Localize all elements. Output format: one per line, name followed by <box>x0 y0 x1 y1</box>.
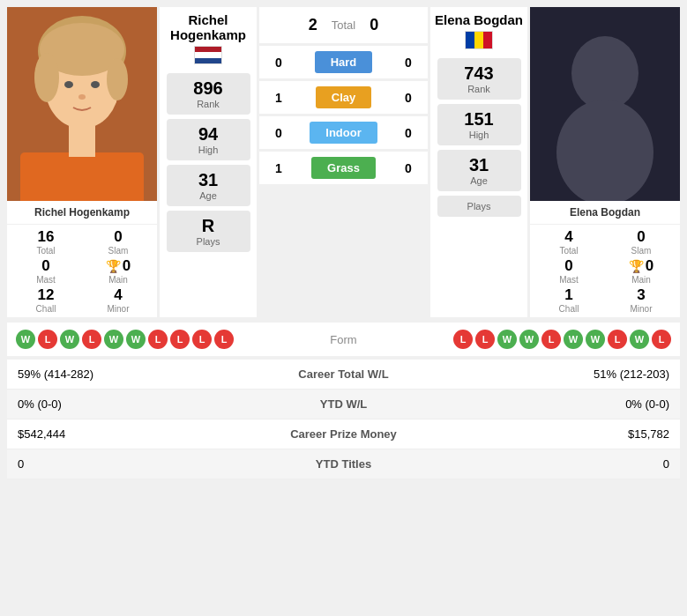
right-minor-stat: 3 Minor <box>606 286 676 314</box>
stat-left-val: 0% (0-0) <box>18 397 256 411</box>
indoor-badge: Indoor <box>310 122 377 144</box>
stats-row: $542,444 Career Prize Money $15,782 <box>7 419 680 449</box>
right-slam-stat: 0 Slam <box>606 228 676 256</box>
left-form-w: W <box>60 330 79 349</box>
svg-point-20 <box>571 36 638 110</box>
svg-rect-22 <box>594 106 616 130</box>
stat-left-val: $542,444 <box>18 427 256 441</box>
right-form-w: W <box>564 330 583 349</box>
total-label: Total <box>332 19 355 32</box>
left-form-l: L <box>38 330 57 349</box>
left-player-name-card: Richel Hogenkamp <box>163 12 253 42</box>
left-form-w: W <box>104 330 123 349</box>
left-total-stat: 16 Total <box>11 228 81 256</box>
right-trophy-icon: 🏆 <box>629 259 644 273</box>
right-rank-card: 743 Rank <box>437 58 521 100</box>
right-form-w: W <box>586 330 605 349</box>
left-form-l: L <box>214 330 234 349</box>
stat-mid-label: YTD Titles <box>256 457 432 471</box>
left-photo-container: Richel Hogenkamp 16 Total 0 Slam 0 Mast <box>7 7 157 317</box>
right-player-name-below: Elena Bogdan <box>530 201 680 224</box>
right-form-w: W <box>630 330 649 349</box>
hard-row: 0 Hard 0 <box>259 46 428 78</box>
svg-point-17 <box>91 81 100 88</box>
left-trophy-icon: 🏆 <box>106 259 121 273</box>
stat-mid-label: YTD W/L <box>256 397 432 411</box>
right-info-card: Elena Bogdan 743 Rank 151 High 31 Age Pl… <box>430 7 527 317</box>
left-rank-card: 896 Rank <box>167 73 250 115</box>
left-trophy-main-stat: 🏆 0 Main <box>83 257 153 285</box>
left-minor-stat: 4 Minor <box>83 286 153 314</box>
left-form-w: W <box>16 330 35 349</box>
right-player-name-card: Elena Bogdan <box>435 12 523 27</box>
stats-row: 0% (0-0) YTD W/L 0% (0-0) <box>7 390 680 419</box>
svg-point-12 <box>34 53 59 102</box>
stat-right-val: $15,782 <box>432 427 670 441</box>
grass-badge: Grass <box>311 157 376 179</box>
left-photo <box>7 7 157 201</box>
left-form-l: L <box>192 330 212 349</box>
form-label: Form <box>300 333 388 346</box>
right-player-silhouette <box>530 7 680 201</box>
total-row: 2 Total 0 <box>259 7 428 43</box>
right-high-card: 151 High <box>437 104 521 145</box>
left-player-image <box>7 7 157 201</box>
right-trophy-main-stat: 🏆 0 Main <box>606 257 676 285</box>
right-form-l: L <box>652 330 671 349</box>
right-plays-card: Plays <box>437 196 521 217</box>
svg-point-13 <box>107 58 128 100</box>
left-form-w: W <box>126 330 146 349</box>
right-form: LLWWLWWLWL <box>393 330 672 349</box>
left-age-card: 31 Age <box>167 165 250 206</box>
right-photo-container: Elena Bogdan 4 Total 0 Slam 0 Mast <box>530 7 680 317</box>
left-info-card: Richel Hogenkamp 896 Rank 94 High <box>160 7 257 317</box>
stats-row: 59% (414-282) Career Total W/L 51% (212-… <box>7 360 680 390</box>
stat-right-val: 0% (0-0) <box>432 397 670 411</box>
right-photo <box>530 7 680 201</box>
left-stats-grid: 16 Total 0 Slam 0 Mast 🏆 0 Main <box>7 225 157 317</box>
right-form-l: L <box>608 330 627 349</box>
left-total-display: 2 <box>309 16 317 34</box>
left-chall-stat: 12 Chall <box>11 286 81 314</box>
left-form-l: L <box>148 330 168 349</box>
clay-badge: Clay <box>316 86 371 108</box>
left-player-name-below: Richel Hogenkamp <box>7 201 157 224</box>
stat-mid-label: Career Prize Money <box>256 427 432 441</box>
comparison-row: Richel Hogenkamp 16 Total 0 Slam 0 Mast <box>7 7 680 317</box>
left-plays-card: R Plays <box>167 211 250 252</box>
svg-rect-15 <box>69 126 95 157</box>
stat-left-val: 59% (414-282) <box>18 367 256 381</box>
left-flag <box>194 46 222 64</box>
right-form-l: L <box>475 330 495 349</box>
right-flag <box>465 31 493 49</box>
stat-mid-label: Career Total W/L <box>256 367 432 381</box>
grass-row: 1 Grass 0 <box>259 152 428 184</box>
stats-table: 59% (414-282) Career Total W/L 51% (212-… <box>7 360 680 479</box>
right-form-l: L <box>453 330 473 349</box>
right-age-card: 31 Age <box>437 150 521 191</box>
stats-row: 0 YTD Titles 0 <box>7 449 680 479</box>
stat-left-val: 0 <box>18 457 256 471</box>
clay-row: 1 Clay 0 <box>259 81 428 114</box>
left-high-card: 94 High <box>167 119 250 160</box>
stat-right-val: 51% (212-203) <box>432 367 670 381</box>
stat-right-val: 0 <box>432 457 670 471</box>
right-form-w: W <box>497 330 517 349</box>
form-row: WLWLWWLLLL Form LLWWLWWLWL <box>7 323 680 356</box>
left-form: WLWLWWLLLL <box>16 330 295 349</box>
svg-point-16 <box>64 81 73 88</box>
right-total-stat: 4 Total <box>534 228 604 256</box>
center-stats-section: 2 Total 0 0 Hard 0 1 Clay 0 0 Indoor 0 1 <box>259 7 428 317</box>
right-stats-grid: 4 Total 0 Slam 0 Mast 🏆 0 Main <box>530 225 680 317</box>
right-form-w: W <box>519 330 539 349</box>
svg-rect-14 <box>20 152 144 201</box>
right-chall-stat: 1 Chall <box>534 286 604 314</box>
hard-badge: Hard <box>315 51 373 73</box>
left-form-l: L <box>82 330 101 349</box>
svg-point-18 <box>78 94 86 100</box>
indoor-row: 0 Indoor 0 <box>259 116 428 149</box>
left-mast-stat: 0 Mast <box>11 257 81 285</box>
right-form-l: L <box>541 330 561 349</box>
left-form-l: L <box>170 330 190 349</box>
right-total-display: 0 <box>370 16 378 34</box>
